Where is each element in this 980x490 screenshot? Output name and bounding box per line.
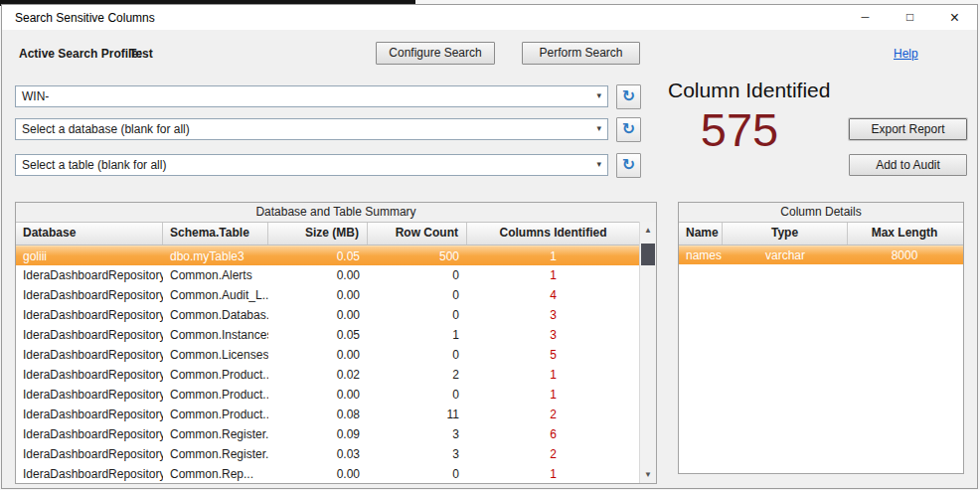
- database-cell: IderaDashboardRepository: [16, 405, 163, 424]
- table-row[interactable]: IderaDashboardRepositoryCommon.Databas..…: [16, 305, 639, 325]
- table-row[interactable]: goliiidbo.myTable30.055001: [16, 245, 639, 265]
- column-details-panel: Column Details Name Type Max Length name…: [678, 202, 964, 474]
- titlebar: Search Sensitive Columns ─ □ ×: [2, 5, 977, 30]
- columns-identified-cell: 1: [467, 385, 639, 405]
- column-header-row-count[interactable]: Row Count: [368, 223, 467, 245]
- chevron-down-icon: ▾: [596, 90, 601, 100]
- schema-table-cell: Common.Instances: [163, 325, 268, 345]
- scrollbar-thumb[interactable]: [641, 244, 655, 265]
- details-table-body: namesvarchar8000: [679, 245, 963, 473]
- scroll-up-icon[interactable]: ▲: [640, 222, 656, 239]
- column-type-cell: varchar: [723, 246, 848, 264]
- database-cell: goliii: [16, 246, 163, 265]
- database-cell: IderaDashboardRepository: [16, 444, 163, 464]
- vertical-scrollbar[interactable]: ▲ ▼: [639, 222, 656, 483]
- size-cell: 0.00: [268, 305, 368, 325]
- database-select[interactable]: Select a database (blank for all) ▾: [15, 118, 608, 140]
- table-row[interactable]: IderaDashboardRepositoryCommon.Alerts0.0…: [16, 265, 639, 285]
- active-search-profile-label: Active Search Profile:: [19, 47, 142, 61]
- columns-identified-cell: 4: [467, 285, 639, 305]
- table-row[interactable]: IderaDashboardRepositoryCommon.Licenses0…: [16, 345, 639, 365]
- database-cell: IderaDashboardRepository: [16, 424, 163, 444]
- table-row[interactable]: IderaDashboardRepositoryCommon.Instances…: [16, 325, 639, 345]
- chevron-down-icon: ▾: [596, 123, 601, 133]
- table-select[interactable]: Select a table (blank for all) ▾: [15, 154, 608, 176]
- schema-table-cell: Common.Product...: [163, 385, 268, 405]
- schema-table-cell: Common.Register...: [163, 444, 268, 464]
- table-row[interactable]: IderaDashboardRepositoryCommon.Audit_L..…: [16, 285, 639, 305]
- add-to-audit-button[interactable]: Add to Audit: [849, 154, 967, 176]
- row-count-cell: 2: [368, 365, 467, 385]
- minimize-icon[interactable]: ─: [843, 5, 888, 30]
- database-cell: IderaDashboardRepository: [16, 285, 163, 305]
- column-header-type[interactable]: Type: [723, 223, 848, 245]
- table-row[interactable]: IderaDashboardRepositoryCommon.Rep...0.0…: [16, 464, 639, 483]
- table-row[interactable]: IderaDashboardRepositoryCommon.Register.…: [16, 444, 639, 464]
- columns-identified-cell: 2: [467, 405, 639, 424]
- columns-identified-cell: 1: [467, 365, 639, 385]
- columns-identified-cell: 2: [467, 444, 639, 464]
- database-cell: IderaDashboardRepository: [16, 365, 163, 385]
- column-header-size[interactable]: Size (MB): [268, 223, 368, 245]
- table-row[interactable]: namesvarchar8000: [679, 245, 963, 264]
- refresh-icon: ↻: [617, 118, 640, 140]
- chevron-down-icon: ▾: [596, 159, 601, 169]
- column-header-name[interactable]: Name: [679, 223, 723, 245]
- column-header-schema-table[interactable]: Schema.Table: [163, 223, 268, 245]
- schema-table-cell: Common.Register...: [163, 424, 268, 444]
- size-cell: 0.03: [268, 444, 368, 464]
- close-icon[interactable]: ×: [932, 5, 977, 30]
- columns-identified-cell: 1: [467, 464, 639, 483]
- table-row[interactable]: IderaDashboardRepositoryCommon.Register.…: [16, 424, 639, 444]
- scroll-down-icon[interactable]: ▼: [640, 466, 656, 483]
- row-count-cell: 3: [368, 444, 467, 464]
- column-header-database[interactable]: Database: [16, 223, 163, 245]
- refresh-icon: ↻: [617, 85, 640, 107]
- row-count-cell: 1: [368, 325, 467, 345]
- row-count-cell: 0: [368, 464, 467, 483]
- column-name-cell: names: [679, 246, 723, 264]
- summary-table-body: goliiidbo.myTable30.055001IderaDashboard…: [16, 245, 639, 483]
- schema-table-cell: dbo.myTable3: [163, 246, 268, 265]
- help-link[interactable]: Help: [894, 47, 918, 61]
- refresh-table-button[interactable]: ↻: [616, 153, 641, 178]
- column-identified-count: 575: [660, 102, 819, 157]
- size-cell: 0.00: [268, 265, 368, 285]
- size-cell: 0.08: [268, 405, 368, 424]
- row-count-cell: 11: [368, 405, 467, 424]
- configure-search-button[interactable]: Configure Search: [376, 42, 495, 65]
- details-table-header: Name Type Max Length: [679, 222, 963, 245]
- schema-table-cell: Common.Licenses: [163, 345, 268, 365]
- size-cell: 0.02: [268, 365, 368, 385]
- database-cell: IderaDashboardRepository: [16, 265, 163, 285]
- database-cell: IderaDashboardRepository: [16, 345, 163, 365]
- row-count-cell: 500: [368, 246, 467, 265]
- perform-search-button[interactable]: Perform Search: [522, 42, 640, 65]
- maximize-icon[interactable]: □: [888, 5, 932, 30]
- schema-table-cell: Common.Databas...: [163, 305, 268, 325]
- summary-table-header: Database Schema.Table Size (MB) Row Coun…: [16, 222, 639, 245]
- size-cell: 0.05: [268, 246, 368, 265]
- table-row[interactable]: IderaDashboardRepositoryCommon.Product..…: [16, 365, 639, 385]
- server-select[interactable]: WIN- ▾: [15, 85, 608, 107]
- refresh-server-button[interactable]: ↻: [616, 84, 641, 109]
- column-header-max-length[interactable]: Max Length: [848, 223, 961, 245]
- server-select-value: WIN-: [22, 89, 49, 103]
- row-count-cell: 0: [368, 385, 467, 405]
- table-row[interactable]: IderaDashboardRepositoryCommon.Product..…: [16, 385, 639, 405]
- columns-identified-cell: 3: [467, 325, 639, 345]
- window-search-sensitive-columns: Search Sensitive Columns ─ □ × Active Se…: [1, 4, 978, 489]
- schema-table-cell: Common.Audit_L...: [163, 285, 268, 305]
- table-row[interactable]: IderaDashboardRepositoryCommon.Product..…: [16, 405, 639, 424]
- export-report-button[interactable]: Export Report: [849, 118, 967, 140]
- refresh-icon: ↻: [617, 154, 640, 176]
- summary-panel-title: Database and Table Summary: [16, 203, 656, 222]
- max-length-cell: 8000: [848, 246, 961, 264]
- schema-table-cell: Common.Product...: [163, 365, 268, 385]
- column-header-columns-identified[interactable]: Columns Identified: [467, 223, 639, 245]
- size-cell: 0.05: [268, 325, 368, 345]
- size-cell: 0.09: [268, 424, 368, 444]
- database-table-summary-panel: Database and Table Summary Database Sche…: [15, 202, 657, 484]
- refresh-database-button[interactable]: ↻: [616, 117, 641, 142]
- size-cell: 0.00: [268, 285, 368, 305]
